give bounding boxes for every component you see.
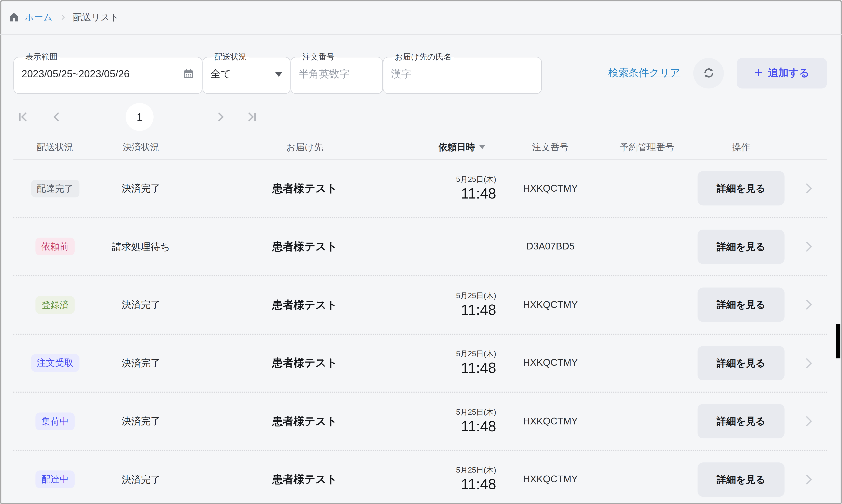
status-badge: 配達完了 (31, 180, 79, 197)
header-reservation-number: 予約管理番号 (601, 141, 693, 153)
chevron-right-icon[interactable] (789, 181, 827, 196)
pagination: 1 (0, 99, 842, 134)
delivery-status-value[interactable]: 全て (210, 67, 231, 81)
table-row[interactable]: 配達完了 決済完了 患者様テスト 5月25日(木) 11:48 HXKQCTMY… (13, 160, 827, 218)
chevron-right-icon[interactable] (789, 240, 827, 254)
request-datetime: 5月25日(木) 11:48 (424, 175, 499, 202)
request-datetime: 5月25日(木) 11:48 (424, 408, 499, 435)
date-range-field[interactable]: 表示範囲 2023/05/25~2023/05/26 (13, 52, 202, 94)
delivery-status-label: 配送状況 (211, 52, 249, 62)
breadcrumb-home-link[interactable]: ホーム (25, 11, 53, 23)
detail-button[interactable]: 詳細を見る (698, 462, 785, 497)
sort-descending-icon (479, 145, 485, 149)
chevron-right-icon[interactable] (789, 414, 827, 428)
recipient-name: 患者様テスト (185, 239, 424, 254)
delivery-list-page: ホーム 配送リスト 表示範囲 2023/05/25~2023/05/26 (0, 0, 842, 504)
recipient-name-field[interactable]: お届け先の氏名 (383, 52, 542, 94)
payment-status: 決済完了 (97, 182, 185, 195)
detail-button[interactable]: 詳細を見る (698, 171, 785, 205)
payment-status: 決済完了 (97, 415, 185, 428)
plus-icon: + (754, 65, 763, 79)
order-number: HXKQCTMY (499, 357, 601, 369)
table-row[interactable]: 登録済 決済完了 患者様テスト 5月25日(木) 11:48 HXKQCTMY … (13, 276, 827, 335)
add-button[interactable]: + 追加する (737, 58, 827, 88)
delivery-table: 配送状況 決済状況 お届け先 依頼日時 注文番号 予約管理番号 操作 配達完了 … (0, 134, 842, 504)
chevron-right-icon[interactable] (789, 356, 827, 370)
order-number-input[interactable] (298, 68, 375, 80)
home-icon[interactable] (8, 12, 19, 22)
header-actions: 操作 (693, 141, 789, 153)
breadcrumb-separator-icon (59, 13, 66, 21)
request-datetime: 5月25日(木) 11:48 (424, 349, 499, 377)
page-number[interactable]: 1 (125, 103, 153, 131)
payment-status: 請求処理待ち (97, 240, 185, 253)
recipient-name: 患者様テスト (185, 472, 424, 487)
status-badge: 依頼前 (35, 238, 74, 255)
header-request-datetime-sort[interactable]: 依頼日時 (424, 141, 499, 153)
header-recipient: お届け先 (185, 141, 424, 153)
order-number-field[interactable]: 注文番号 (291, 52, 383, 94)
date-range-value[interactable]: 2023/05/25~2023/05/26 (21, 68, 130, 80)
table-row[interactable]: 集荷中 決済完了 患者様テスト 5月25日(木) 11:48 HXKQCTMY … (13, 393, 827, 451)
header-delivery-status: 配送状況 (13, 141, 97, 153)
order-number-label: 注文番号 (300, 52, 337, 62)
clear-search-link[interactable]: 検索条件クリア (608, 66, 680, 80)
calendar-icon[interactable] (183, 68, 194, 80)
table-header-row: 配送状況 決済状況 お届け先 依頼日時 注文番号 予約管理番号 操作 (13, 134, 827, 160)
status-badge: 配達中 (35, 470, 74, 488)
detail-button[interactable]: 詳細を見る (698, 346, 785, 380)
request-datetime: 5月25日(木) 11:48 (424, 291, 499, 319)
refresh-icon (702, 66, 716, 80)
payment-status: 決済完了 (97, 357, 185, 370)
chevron-right-icon[interactable] (789, 472, 827, 487)
next-page-button[interactable] (214, 110, 226, 123)
order-number: HXKQCTMY (499, 474, 601, 485)
vertical-scrollbar-thumb[interactable] (836, 324, 840, 358)
filter-bar: 表示範囲 2023/05/25~2023/05/26 配送状況 (0, 35, 842, 94)
status-badge: 集荷中 (35, 412, 74, 430)
header-payment-status: 決済状況 (97, 141, 185, 153)
order-number: HXKQCTMY (499, 183, 601, 194)
recipient-name: 患者様テスト (185, 181, 424, 196)
chevron-right-icon[interactable] (789, 298, 827, 312)
prev-page-button[interactable] (50, 110, 63, 123)
recipient-name: 患者様テスト (185, 298, 424, 312)
breadcrumb: ホーム 配送リスト (0, 0, 842, 35)
header-order-number: 注文番号 (499, 141, 601, 153)
detail-button[interactable]: 詳細を見る (698, 288, 785, 322)
recipient-name-input[interactable] (391, 68, 534, 80)
order-number: D3A07BD5 (499, 241, 601, 252)
refresh-button[interactable] (693, 58, 724, 88)
date-range-label: 表示範囲 (22, 52, 60, 62)
detail-button[interactable]: 詳細を見る (698, 404, 785, 438)
payment-status: 決済完了 (97, 299, 185, 311)
order-number: HXKQCTMY (499, 299, 601, 310)
recipient-name: 患者様テスト (185, 414, 424, 429)
recipient-name-label: お届け先の氏名 (392, 52, 454, 62)
payment-status: 決済完了 (97, 473, 185, 486)
status-badge: 注文受取 (31, 354, 79, 372)
table-row[interactable]: 注文受取 決済完了 患者様テスト 5月25日(木) 11:48 HXKQCTMY… (13, 335, 827, 393)
recipient-name: 患者様テスト (185, 356, 424, 370)
chevron-down-icon (275, 72, 282, 76)
request-datetime (424, 246, 499, 247)
table-row[interactable]: 依頼前 請求処理待ち 患者様テスト D3A07BD5 詳細を見る (13, 218, 827, 276)
table-row[interactable]: 配達中 決済完了 患者様テスト 5月25日(木) 11:48 HXKQCTMY … (13, 451, 827, 504)
detail-button[interactable]: 詳細を見る (698, 229, 785, 264)
filter-actions: 検索条件クリア + 追加する (608, 52, 827, 94)
add-button-label: 追加する (768, 66, 809, 80)
first-page-button[interactable] (17, 110, 30, 123)
delivery-status-field[interactable]: 配送状況 全て (202, 52, 290, 94)
status-badge: 登録済 (35, 296, 74, 313)
request-datetime: 5月25日(木) 11:48 (424, 466, 499, 493)
breadcrumb-current: 配送リスト (73, 11, 119, 23)
order-number: HXKQCTMY (499, 416, 601, 427)
last-page-button[interactable] (245, 110, 258, 123)
